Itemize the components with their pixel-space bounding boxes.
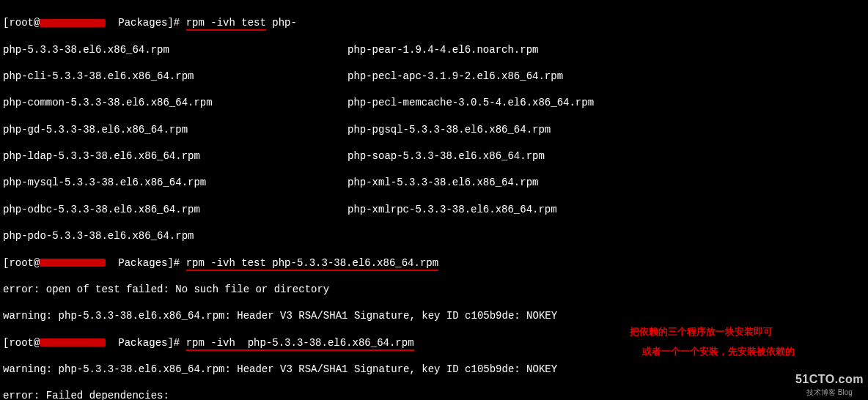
error-deps: error: Failed dependencies: [3,389,865,400]
file-row: php-gd-5.3.3-38.el6.x86_64.rpmphp-pgsql-… [3,123,865,136]
annotation-1: 把依赖的三个程序放一块安装即可 [630,326,773,338]
watermark-sub: 技术博客 Blog [795,388,864,397]
warning-sig-2: warning: php-5.3.3-38.el6.x86_64.rpm: He… [3,363,865,376]
watermark: 51CTO.com 技术博客 Blog [795,372,864,397]
file-row: php-mysql-5.3.3-38.el6.x86_64.rpmphp-xml… [3,176,865,189]
prompt-line-1: [root@ Packages]# rpm -ivh test php- [3,16,865,29]
watermark-domain: 51CTO.com [795,372,864,388]
warning-sig-1: warning: php-5.3.3-38.el6.x86_64.rpm: He… [3,309,865,322]
file-row: php-common-5.3.3-38.el6.x86_64.rpmphp-pe… [3,96,865,109]
file-row: php-ldap-5.3.3-38.el6.x86_64.rpmphp-soap… [3,149,865,163]
file-row: php-odbc-5.3.3-38.el6.x86_64.rpmphp-xmlr… [3,203,865,216]
file-row: php-cli-5.3.3-38.el6.x86_64.rpmphp-pecl-… [3,70,865,83]
error-open: error: open of test failed: No such file… [3,283,865,296]
file-row: php-5.3.3-38.el6.x86_64.rpmphp-pear-1.9.… [3,43,865,56]
annotation-2: 或者一个一个安装，先安装被依赖的 [642,346,795,358]
file-row: php-pdo-5.3.3-38.el6.x86_64.rpm [3,229,865,242]
terminal[interactable]: [root@ Packages]# rpm -ivh test php- php… [3,3,865,400]
prompt-line-2: [root@ Packages]# rpm -ivh test php-5.3.… [3,256,865,270]
